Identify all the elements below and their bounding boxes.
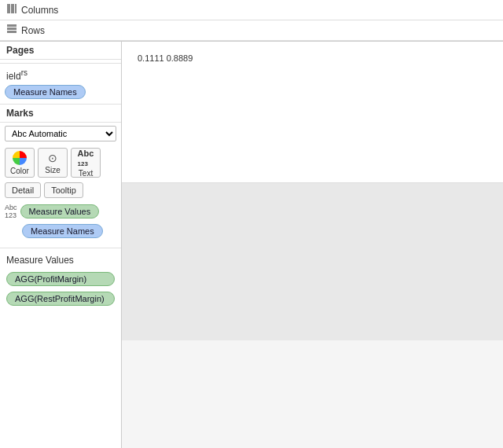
svg-rect-0 xyxy=(7,4,10,13)
color-button[interactable]: Color xyxy=(5,148,35,178)
svg-rect-5 xyxy=(7,31,17,33)
agg-rest-profit-margin-pill[interactable]: AGG(RestProfitMargin) xyxy=(6,292,115,306)
rows-icon xyxy=(6,24,17,37)
pages-header: Pages xyxy=(0,42,121,60)
text-icon: Abc123 xyxy=(78,149,94,167)
marks-type-dropdown[interactable]: Abc Automatic xyxy=(5,126,116,141)
measure-names-mark-pill[interactable]: Measure Names xyxy=(22,224,103,238)
size-button[interactable]: ⊙ Size xyxy=(38,148,68,178)
svg-rect-3 xyxy=(7,24,17,27)
measure-values-header: Measure Values xyxy=(0,252,121,269)
svg-rect-2 xyxy=(15,4,17,13)
filters-field-label: ieldrs xyxy=(6,68,28,82)
color-icon xyxy=(13,151,27,165)
measure-names-pill[interactable]: Measure Names xyxy=(5,85,86,99)
svg-rect-1 xyxy=(11,4,14,13)
svg-rect-4 xyxy=(7,28,17,30)
text-button[interactable]: Abc123 Text xyxy=(71,148,101,178)
tooltip-button[interactable]: Tooltip xyxy=(44,182,83,198)
rows-label: Rows xyxy=(21,25,45,36)
size-label: Size xyxy=(45,166,60,174)
columns-label: Columns xyxy=(21,5,58,16)
data-values: 0.1111 0.8889 xyxy=(138,53,193,63)
size-icon: ⊙ xyxy=(48,152,57,164)
detail-button[interactable]: Detail xyxy=(5,182,41,198)
columns-icon xyxy=(6,3,17,17)
measure-values-mark-pill[interactable]: Measure Values xyxy=(20,204,100,218)
agg-profit-margin-pill[interactable]: AGG(ProfitMargin) xyxy=(6,272,115,286)
abc-icon: Abc123 xyxy=(5,204,17,219)
marks-header: Marks xyxy=(0,105,121,123)
text-label: Text xyxy=(79,169,93,178)
color-label: Color xyxy=(10,167,29,175)
